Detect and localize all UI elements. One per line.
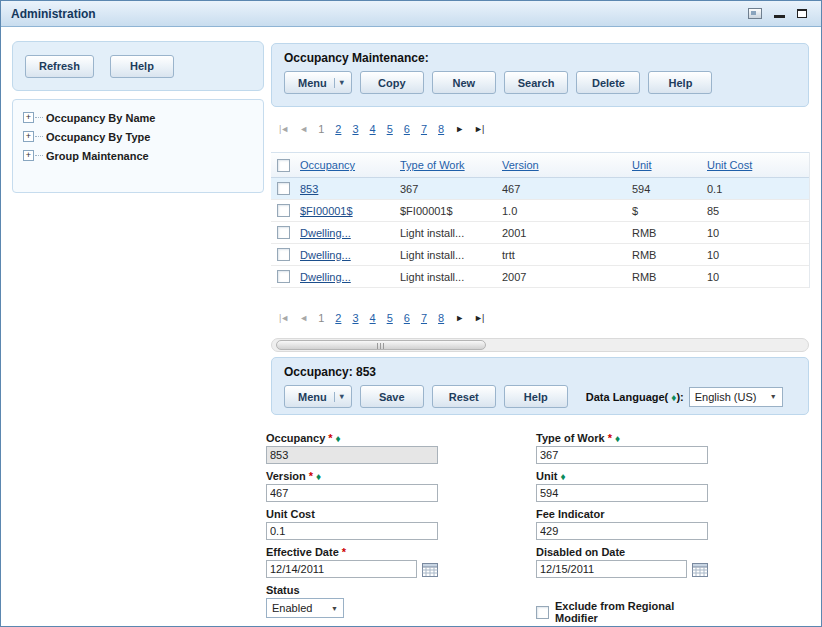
cell-occupancy[interactable]: $FI00001$	[297, 205, 397, 217]
page-number[interactable]: 8	[438, 312, 444, 324]
occupancy-input[interactable]	[266, 446, 438, 464]
column-header-version[interactable]: Version	[499, 159, 629, 171]
page-number[interactable]: 2	[335, 123, 341, 135]
calendar-icon[interactable]	[422, 562, 438, 577]
page-number[interactable]: 3	[352, 123, 358, 135]
row-checkbox[interactable]	[277, 270, 290, 283]
column-header-type-of-work[interactable]: Type of Work	[397, 159, 499, 171]
select-all-checkbox[interactable]	[277, 159, 290, 172]
cell-unit-cost: 10	[704, 227, 810, 239]
menu-button-detail[interactable]: Menu ▾	[284, 385, 352, 408]
form-column-left: Occupancy*♦ Version*♦ Unit Cost Effectiv…	[266, 430, 438, 622]
first-page-icon[interactable]: |◄	[279, 313, 288, 323]
page-number[interactable]: 8	[438, 123, 444, 135]
table-header-row: Occupancy Type of Work Version Unit Unit…	[271, 152, 809, 178]
cell-unit: RMB	[629, 227, 704, 239]
column-header-unit-cost[interactable]: Unit Cost	[704, 159, 810, 171]
page-number[interactable]: 2	[335, 312, 341, 324]
checkbox-label: Exclude from Regional Modifier	[555, 600, 708, 624]
table-row[interactable]: Dwelling... Light install... trtt RMB 10	[271, 244, 809, 266]
version-input[interactable]	[266, 484, 438, 502]
required-icon: *	[309, 470, 313, 482]
row-checkbox[interactable]	[277, 204, 290, 217]
first-page-icon[interactable]: |◄	[279, 124, 288, 134]
cell-type-of-work: Light install...	[397, 249, 499, 261]
cell-unit-cost: 0.1	[704, 183, 810, 195]
row-checkbox[interactable]	[277, 248, 290, 261]
help-button-sidebar[interactable]: Help	[110, 55, 174, 78]
page-number[interactable]: 6	[404, 312, 410, 324]
status-select[interactable]: Enabled ▼	[266, 598, 344, 618]
next-page-icon[interactable]: ►	[455, 313, 463, 323]
row-checkbox[interactable]	[277, 182, 290, 195]
expand-icon[interactable]: +	[23, 131, 34, 142]
help-button-list[interactable]: Help	[648, 71, 712, 94]
expand-icon[interactable]: +	[23, 150, 34, 161]
delete-button[interactable]: Delete	[576, 71, 640, 94]
page-number[interactable]: 5	[387, 312, 393, 324]
sidebar-item-occupancy-by-name[interactable]: + Occupancy By Name	[23, 108, 263, 127]
minimize-icon[interactable]	[774, 15, 785, 18]
menu-button[interactable]: Menu ▾	[284, 71, 352, 94]
help-button-detail[interactable]: Help	[504, 385, 568, 408]
column-header-unit[interactable]: Unit	[629, 159, 704, 171]
unit-input[interactable]	[536, 484, 708, 502]
table-row[interactable]: $FI00001$ $FI00001$ 1.0 $ 85	[271, 200, 809, 222]
maximize-icon[interactable]	[797, 9, 807, 18]
cell-unit-cost: 10	[704, 249, 810, 261]
required-icon: *	[342, 546, 346, 558]
next-page-icon[interactable]: ►	[455, 124, 463, 134]
page-number[interactable]: 4	[370, 123, 376, 135]
prev-page-icon[interactable]: ◄	[299, 124, 307, 134]
page-number[interactable]: 7	[421, 312, 427, 324]
chevron-down-icon: ▾	[334, 392, 344, 402]
cell-occupancy[interactable]: Dwelling...	[297, 249, 397, 261]
effective-date-input[interactable]	[266, 560, 417, 578]
type-of-work-input[interactable]	[536, 446, 708, 464]
calendar-icon[interactable]	[692, 562, 708, 577]
status-value: Enabled	[272, 602, 312, 614]
cell-occupancy[interactable]: Dwelling...	[297, 271, 397, 283]
horizontal-scrollbar[interactable]	[271, 338, 809, 352]
cell-occupancy[interactable]: Dwelling...	[297, 227, 397, 239]
data-language-label: Data Language(♦):	[586, 391, 684, 403]
cell-occupancy[interactable]: 853	[297, 183, 397, 195]
sidebar-item-group-maintenance[interactable]: + Group Maintenance	[23, 146, 263, 165]
window-title: Administration	[1, 7, 96, 21]
cell-version: trtt	[499, 249, 629, 261]
page-number[interactable]: 3	[352, 312, 358, 324]
prev-page-icon[interactable]: ◄	[299, 313, 307, 323]
scrollbar-thumb[interactable]	[276, 340, 486, 350]
last-page-icon[interactable]: ►|	[474, 313, 483, 323]
reset-button[interactable]: Reset	[432, 385, 496, 408]
system-icon[interactable]	[748, 8, 762, 19]
occupancy-table: Occupancy Type of Work Version Unit Unit…	[271, 152, 810, 288]
page-number[interactable]: 6	[404, 123, 410, 135]
table-row[interactable]: Dwelling... Light install... 2007 RMB 10	[271, 266, 809, 288]
refresh-button[interactable]: Refresh	[25, 55, 94, 78]
unit-cost-input[interactable]	[266, 522, 438, 540]
table-row[interactable]: 853 367 467 594 0.1	[271, 178, 809, 200]
table-row[interactable]: Dwelling... Light install... 2001 RMB 10	[271, 222, 809, 244]
sidebar-item-occupancy-by-type[interactable]: + Occupancy By Type	[23, 127, 263, 146]
save-button[interactable]: Save	[360, 385, 424, 408]
form-column-right: Type of Work*♦ Unit♦ Fee Indicator Disab…	[536, 430, 708, 627]
page-number[interactable]: 5	[387, 123, 393, 135]
expand-icon[interactable]: +	[23, 112, 34, 123]
fee-indicator-input[interactable]	[536, 522, 708, 540]
page-number[interactable]: 4	[370, 312, 376, 324]
search-button[interactable]: Search	[504, 71, 569, 94]
data-language-group: Data Language(♦): English (US) ▼	[586, 387, 783, 407]
disabled-on-date-input[interactable]	[536, 560, 687, 578]
pagination-top: |◄ ◄ 1 2 3 4 5 6 7 8 ► ►|	[279, 123, 483, 135]
page-number[interactable]: 7	[421, 123, 427, 135]
copy-button[interactable]: Copy	[360, 71, 424, 94]
data-language-select[interactable]: English (US) ▼	[689, 387, 783, 407]
exclude-regional-modifier-checkbox[interactable]	[536, 606, 549, 619]
data-language-value: English (US)	[695, 391, 757, 403]
detail-panel-title: Occupancy: 853	[284, 365, 808, 379]
column-header-occupancy[interactable]: Occupancy	[297, 159, 397, 171]
last-page-icon[interactable]: ►|	[474, 124, 483, 134]
new-button[interactable]: New	[432, 71, 496, 94]
row-checkbox[interactable]	[277, 226, 290, 239]
